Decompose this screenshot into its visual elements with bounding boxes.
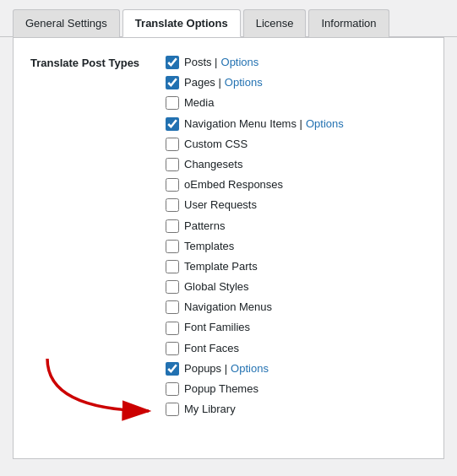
checkbox-item-font-faces: Font Faces	[166, 341, 344, 356]
content-panel: Translate Post Types Posts | OptionsPage…	[13, 37, 444, 459]
checkbox-font-faces[interactable]	[166, 342, 179, 355]
section-label: Translate Post Types	[30, 55, 140, 417]
label-oembed-responses[interactable]: oEmbed Responses	[184, 177, 283, 192]
label-changesets[interactable]: Changesets	[184, 157, 242, 172]
options-link-posts[interactable]: Options	[221, 55, 259, 70]
checkbox-item-patterns: Patterns	[166, 219, 344, 234]
tab-license[interactable]: License	[243, 9, 307, 37]
checkbox-item-navigation-menu-items: Navigation Menu Items | Options	[166, 116, 344, 132]
label-font-families[interactable]: Font Families	[184, 320, 250, 335]
label-my-library[interactable]: My Library	[184, 402, 236, 417]
options-link-popups[interactable]: Options	[231, 361, 269, 376]
tab-translate-options[interactable]: Translate Options	[122, 9, 241, 37]
label-templates[interactable]: Templates	[184, 239, 234, 254]
checkbox-media[interactable]	[166, 96, 179, 110]
checkbox-item-posts: Posts | Options	[166, 55, 344, 70]
checkbox-navigation-menu-items[interactable]	[166, 117, 179, 131]
checkbox-templates[interactable]	[166, 240, 179, 253]
checkbox-pages[interactable]	[166, 76, 179, 89]
label-media[interactable]: Media	[184, 95, 214, 111]
label-posts[interactable]: Posts | Options	[184, 55, 258, 70]
checkbox-item-custom-css: Custom CSS	[166, 137, 344, 152]
checkbox-template-parts[interactable]	[166, 260, 179, 273]
checkbox-font-families[interactable]	[166, 322, 179, 335]
checkbox-oembed-responses[interactable]	[166, 178, 179, 192]
checkbox-item-font-families: Font Families	[166, 320, 344, 335]
checkbox-navigation-menus[interactable]	[166, 300, 179, 314]
checkbox-item-navigation-menus: Navigation Menus	[166, 300, 344, 315]
label-custom-css[interactable]: Custom CSS	[184, 137, 248, 152]
checkbox-item-media: Media	[166, 95, 344, 111]
label-popup-themes[interactable]: Popup Themes	[184, 381, 258, 397]
checkbox-item-template-parts: Template Parts	[166, 259, 344, 274]
checkbox-changesets[interactable]	[166, 158, 179, 171]
checkbox-item-user-requests: User Requests	[166, 197, 344, 213]
checkbox-patterns[interactable]	[166, 219, 179, 233]
checkbox-item-my-library: My Library	[166, 402, 344, 417]
section: Translate Post Types Posts | OptionsPage…	[30, 55, 427, 417]
label-font-faces[interactable]: Font Faces	[184, 341, 239, 356]
checkbox-user-requests[interactable]	[166, 198, 179, 212]
checkbox-list: Posts | OptionsPages | OptionsMediaNavig…	[166, 55, 344, 417]
label-popups[interactable]: Popups | Options	[184, 361, 269, 376]
checkbox-global-styles[interactable]	[166, 280, 179, 294]
tab-general-settings[interactable]: General Settings	[13, 9, 120, 37]
tab-bar: General Settings Translate Options Licen…	[0, 0, 457, 37]
checkbox-item-popups: Popups | Options	[166, 361, 344, 376]
options-link-navigation-menu-items[interactable]: Options	[306, 116, 344, 132]
checkbox-item-global-styles: Global Styles	[166, 279, 344, 295]
label-template-parts[interactable]: Template Parts	[184, 259, 258, 274]
checkbox-popup-themes[interactable]	[166, 382, 179, 396]
label-navigation-menus[interactable]: Navigation Menus	[184, 300, 272, 315]
checkbox-posts[interactable]	[166, 56, 179, 69]
label-global-styles[interactable]: Global Styles	[184, 279, 249, 295]
checkbox-my-library[interactable]	[166, 403, 179, 416]
checkbox-item-oembed-responses: oEmbed Responses	[166, 177, 344, 192]
checkbox-item-popup-themes: Popup Themes	[166, 381, 344, 397]
tab-information[interactable]: Information	[308, 9, 389, 37]
checkbox-item-changesets: Changesets	[166, 157, 344, 172]
checkbox-item-pages: Pages | Options	[166, 75, 344, 90]
label-navigation-menu-items[interactable]: Navigation Menu Items | Options	[184, 116, 344, 132]
checkbox-popups[interactable]	[166, 362, 179, 376]
checkbox-item-templates: Templates	[166, 239, 344, 254]
label-patterns[interactable]: Patterns	[184, 219, 225, 234]
label-pages[interactable]: Pages | Options	[184, 75, 263, 90]
checkbox-custom-css[interactable]	[166, 138, 179, 151]
options-link-pages[interactable]: Options	[225, 75, 263, 90]
label-user-requests[interactable]: User Requests	[184, 197, 257, 213]
